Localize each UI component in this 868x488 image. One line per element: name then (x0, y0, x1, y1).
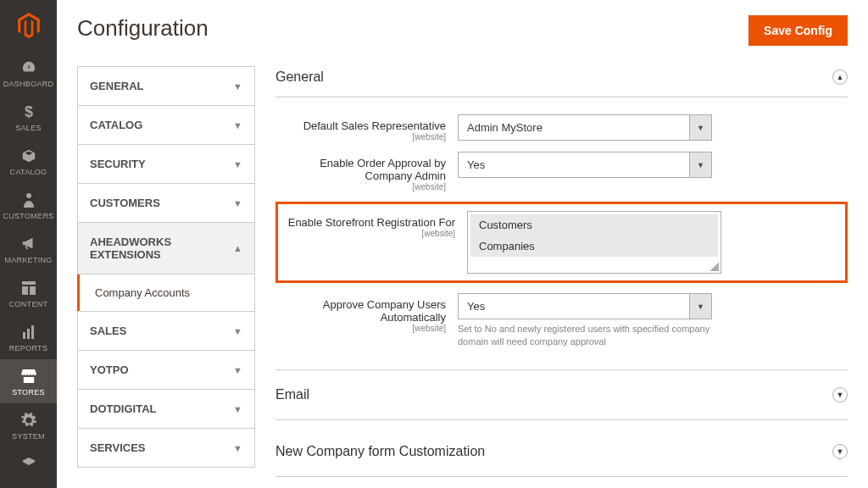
select-auto-approve[interactable]: Yes ▼ (458, 293, 712, 319)
scope-label: [website] (275, 182, 446, 191)
config-sidebar: GENERAL▼ CATALOG▼ SECURITY▼ CUSTOMERS▼ A… (77, 66, 255, 484)
svg-rect-2 (22, 281, 36, 285)
svg-rect-6 (27, 329, 30, 339)
svg-point-1 (26, 193, 31, 198)
sidebar-yotpo[interactable]: YOTPO▼ (77, 351, 255, 390)
sidebar-dotdigital[interactable]: DOTDIGITAL▼ (77, 390, 255, 429)
multiselect-storefront-registration[interactable]: Customers Companies (467, 211, 721, 274)
label-storefront-registration: Enable Storefront Registration For (288, 216, 455, 229)
nav-content[interactable]: CONTENT (0, 271, 57, 315)
magento-logo[interactable] (0, 0, 57, 51)
chevron-down-icon: ▼ (233, 365, 242, 375)
page-title: Configuration (77, 15, 209, 42)
chevron-down-icon: ▼ (689, 294, 711, 319)
expand-icon: ▼ (832, 444, 848, 459)
section-email-head[interactable]: Email ▼ (275, 369, 848, 420)
svg-rect-7 (31, 325, 34, 339)
save-config-button[interactable]: Save Config (748, 15, 848, 46)
label-order-approval: Enable Order Approval by Company Admin (320, 157, 446, 182)
collapse-icon: ▲ (832, 69, 848, 85)
expand-icon: ▼ (832, 387, 848, 402)
svg-rect-5 (23, 332, 25, 339)
dollar-icon: $ (20, 103, 37, 120)
sidebar-services[interactable]: SERVICES▼ (77, 429, 255, 468)
chevron-down-icon: ▼ (233, 443, 242, 453)
layout-icon (20, 280, 37, 297)
resize-handle[interactable] (710, 263, 719, 271)
option-companies[interactable]: Companies (470, 236, 718, 257)
field-storefront-registration: Enable Storefront Registration For [webs… (285, 211, 838, 274)
config-panel: General ▲ Default Sales Representative [… (275, 66, 848, 484)
section-general-head[interactable]: General ▲ (275, 66, 848, 97)
chevron-up-icon: ▲ (233, 243, 242, 253)
person-icon (20, 191, 37, 208)
section-new-company-form-head[interactable]: New Company form Customization ▼ (275, 427, 848, 477)
select-default-sales-rep[interactable]: Admin MyStore ▼ (458, 114, 712, 141)
field-default-sales-rep: Default Sales Representative [website] A… (275, 109, 848, 147)
chevron-down-icon: ▼ (689, 152, 711, 177)
scope-label: [website] (275, 324, 446, 333)
chevron-down-icon: ▼ (233, 404, 242, 414)
scope-label: [website] (275, 132, 446, 141)
scope-label: [website] (285, 229, 455, 238)
chevron-down-icon: ▼ (233, 159, 242, 169)
label-auto-approve: Approve Company Users Automatically (323, 298, 446, 324)
store-icon (20, 368, 37, 385)
nav-stores[interactable]: STORES (0, 359, 57, 403)
svg-text:$: $ (24, 104, 32, 119)
nav-marketing[interactable]: MARKETING (0, 227, 57, 271)
field-auto-approve: Approve Company Users Automatically [web… (275, 288, 848, 354)
select-order-approval[interactable]: Yes ▼ (458, 152, 712, 178)
sidebar-sales[interactable]: SALES▼ (77, 312, 255, 351)
sidebar-aheadworks[interactable]: AHEADWORKS EXTENSIONS▲ (77, 223, 255, 274)
field-order-approval: Enable Order Approval by Company Admin [… (275, 147, 848, 197)
nav-customers[interactable]: CUSTOMERS (0, 183, 57, 227)
box-icon-2 (20, 456, 37, 473)
chevron-down-icon: ▼ (689, 115, 711, 140)
help-auto-approve: Set to No and newly registered users wit… (458, 323, 712, 349)
sidebar-company-accounts[interactable]: Company Accounts (77, 274, 254, 311)
highlighted-field: Enable Storefront Registration For [webs… (275, 202, 848, 283)
megaphone-icon (20, 236, 37, 252)
gear-icon (20, 412, 37, 429)
sidebar-catalog[interactable]: CATALOG▼ (77, 106, 255, 145)
bar-chart-icon (20, 324, 37, 341)
sidebar-general[interactable]: GENERAL▼ (77, 66, 255, 106)
nav-reports[interactable]: REPORTS (0, 315, 57, 359)
label-default-sales-rep: Default Sales Representative (303, 119, 446, 132)
chevron-down-icon: ▼ (233, 120, 242, 130)
chevron-down-icon: ▼ (233, 198, 242, 208)
admin-nav-rail: DASHBOARD $ SALES CATALOG CUSTOMERS MARK… (0, 0, 57, 488)
svg-rect-4 (30, 286, 36, 295)
nav-find-partners[interactable] (0, 447, 57, 483)
nav-system[interactable]: SYSTEM (0, 403, 57, 447)
chevron-down-icon: ▼ (233, 81, 242, 92)
dashboard-icon (20, 59, 37, 76)
nav-catalog[interactable]: CATALOG (0, 139, 57, 183)
nav-sales[interactable]: $ SALES (0, 95, 57, 139)
option-customers[interactable]: Customers (470, 214, 718, 236)
box-icon (20, 147, 37, 164)
sidebar-security[interactable]: SECURITY▼ (77, 145, 255, 184)
svg-rect-3 (22, 286, 28, 295)
nav-dashboard[interactable]: DASHBOARD (0, 51, 57, 95)
sidebar-customers[interactable]: CUSTOMERS▼ (77, 184, 255, 223)
chevron-down-icon: ▼ (233, 326, 242, 336)
